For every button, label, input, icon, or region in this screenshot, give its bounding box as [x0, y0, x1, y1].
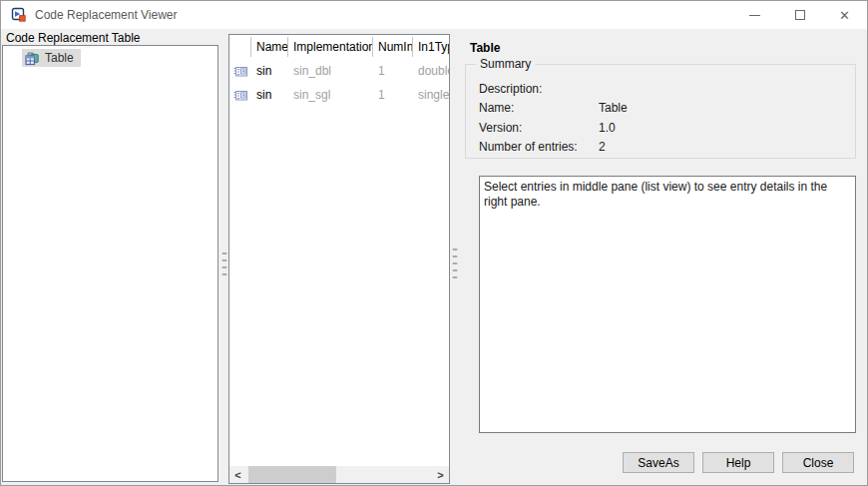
field-value: 2	[599, 140, 855, 154]
list-row[interactable]: sin sin_sgl 1 single	[229, 83, 449, 107]
maximize-icon	[795, 10, 805, 20]
tree-item-table[interactable]: Table	[22, 49, 81, 67]
summary-groupbox: Summary Description: Name: Table Version…	[465, 64, 856, 159]
splitter-grip-icon	[453, 248, 458, 283]
summary-row: Description:	[479, 79, 855, 99]
scrollbar-track[interactable]	[246, 466, 432, 483]
field-label: Name:	[479, 101, 599, 115]
cell-in1type: single	[413, 88, 449, 102]
horizontal-scrollbar[interactable]: < >	[229, 466, 449, 483]
close-button[interactable]: ✕	[822, 1, 867, 29]
cell-name: sin	[251, 64, 288, 78]
details-panel: Table Summary Description: Name: Table V…	[460, 29, 868, 486]
table-icon	[24, 50, 40, 66]
list-row[interactable]: sin sin_dbl 1 double	[229, 59, 449, 83]
field-label: Version:	[479, 121, 599, 135]
title-bar[interactable]: Code Replacement Viewer ✕	[1, 1, 867, 29]
cell-implementation: sin_dbl	[288, 64, 373, 78]
entry-icon	[232, 87, 248, 103]
minimize-button[interactable]	[732, 1, 777, 29]
splitter-right[interactable]	[450, 29, 460, 486]
window-title: Code Replacement Viewer	[35, 8, 178, 22]
help-button[interactable]: Help	[702, 452, 774, 473]
field-label: Description:	[479, 82, 599, 96]
column-name[interactable]: Name	[251, 37, 288, 57]
list-header: Name Implementation NumIn In1Type	[229, 35, 449, 59]
cell-in1type: double	[413, 64, 449, 78]
column-numin[interactable]: NumIn	[373, 37, 413, 57]
splitter-left[interactable]	[219, 29, 228, 486]
left-panel-header: Code Replacement Table	[6, 31, 141, 45]
entries-list: Name Implementation NumIn In1Type	[228, 34, 450, 484]
cell-name: sin	[251, 88, 288, 102]
table-tree: Table	[2, 45, 218, 482]
field-value: 1.0	[599, 121, 855, 135]
summary-row: Number of entries: 2	[479, 138, 855, 158]
scrollbar-thumb[interactable]	[248, 466, 336, 483]
summary-row: Version: 1.0	[479, 118, 855, 138]
splitter-grip-icon	[221, 252, 226, 280]
scroll-left-icon[interactable]: <	[229, 466, 246, 483]
scroll-right-icon[interactable]: >	[432, 466, 449, 483]
close-dialog-button[interactable]: Close	[782, 452, 854, 473]
code-replacement-viewer-window: Code Replacement Viewer ✕ Code Replaceme…	[0, 0, 868, 486]
field-label: Number of entries:	[479, 140, 599, 154]
summary-legend: Summary	[476, 57, 535, 71]
entry-details-textarea[interactable]: Select entries in middle pane (list view…	[479, 176, 856, 433]
app-icon	[11, 7, 27, 23]
column-icon[interactable]	[229, 37, 251, 57]
cell-numin: 1	[373, 88, 413, 102]
field-value: Table	[599, 101, 855, 115]
maximize-button[interactable]	[777, 1, 822, 29]
tree-item-label: Table	[45, 51, 74, 65]
column-implementation[interactable]: Implementation	[288, 37, 373, 57]
details-heading: Table	[470, 41, 500, 55]
column-in1type[interactable]: In1Type	[413, 40, 449, 54]
saveas-button[interactable]: SaveAs	[623, 452, 694, 473]
minimize-icon	[749, 15, 760, 16]
entry-icon	[232, 63, 248, 79]
summary-row: Name: Table	[479, 99, 855, 119]
cell-numin: 1	[373, 64, 413, 78]
cell-implementation: sin_sgl	[288, 88, 373, 102]
